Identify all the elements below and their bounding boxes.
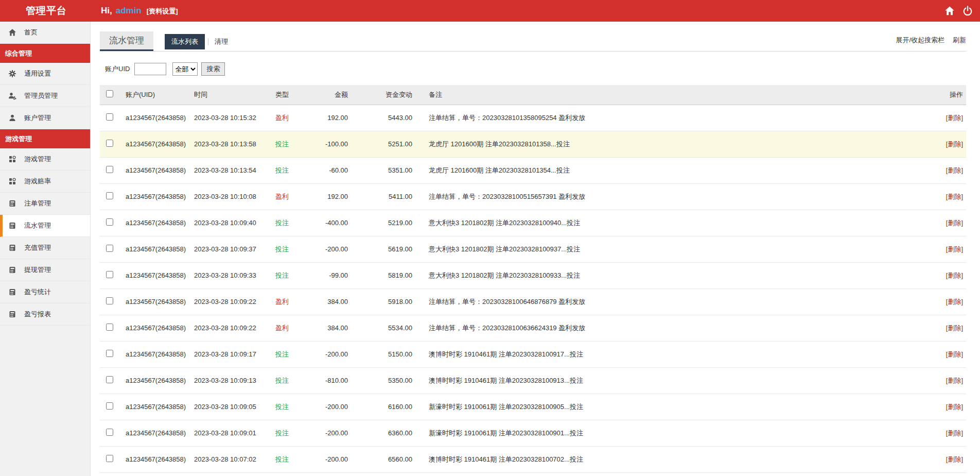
cell-amount: -200.00 bbox=[319, 341, 352, 367]
cell-time: 2023-03-28 10:09:22 bbox=[190, 315, 272, 341]
sidebar-item-11[interactable]: 提现管理 bbox=[0, 259, 90, 281]
delete-link[interactable]: [删除] bbox=[946, 350, 963, 358]
sidebar-item-9[interactable]: 流水管理 bbox=[0, 215, 90, 237]
grid-icon bbox=[8, 155, 16, 163]
sidebar-item-label: 管理员管理 bbox=[24, 91, 58, 100]
cell-type: 盈利 bbox=[272, 105, 319, 131]
tab-clean[interactable]: 清理 bbox=[209, 34, 233, 49]
refresh-link[interactable]: 刷新 bbox=[953, 36, 966, 45]
table-row: a1234567(2643858)2023-03-28 10:13:54投注-6… bbox=[100, 157, 966, 183]
grid-icon bbox=[8, 177, 16, 185]
row-checkbox[interactable] bbox=[106, 113, 113, 121]
cell-type: 投注 bbox=[272, 262, 319, 288]
form-icon bbox=[8, 199, 16, 208]
delete-link[interactable]: [删除] bbox=[946, 193, 963, 200]
delete-link[interactable]: [删除] bbox=[946, 114, 963, 122]
uid-input[interactable] bbox=[134, 63, 166, 75]
sidebar-item-label: 盈亏统计 bbox=[24, 287, 51, 297]
form-icon bbox=[8, 222, 16, 230]
sidebar-item-12[interactable]: 盈亏统计 bbox=[0, 281, 90, 303]
delete-link[interactable]: [删除] bbox=[946, 219, 963, 227]
table-row: a1234567(2643858)2023-03-28 10:09:05投注-2… bbox=[100, 394, 966, 420]
cell-balance: 5619.00 bbox=[352, 236, 416, 262]
cell-time: 2023-03-28 10:09:40 bbox=[190, 210, 272, 236]
delete-link[interactable]: [删除] bbox=[946, 298, 963, 305]
cell-remark: 澳博时时彩 1910461期 注单20230328100702...投注 bbox=[416, 446, 927, 472]
cell-uid: a1234567(2643858) bbox=[120, 367, 190, 394]
delete-link[interactable]: [删除] bbox=[946, 245, 963, 253]
home-icon[interactable] bbox=[944, 6, 955, 16]
col-balance: 资金变动 bbox=[352, 85, 416, 105]
row-checkbox[interactable] bbox=[106, 297, 113, 304]
cell-type: 盈利 bbox=[272, 315, 319, 341]
toggle-search-link[interactable]: 展开/收起搜索栏 bbox=[896, 36, 944, 45]
delete-link[interactable]: [删除] bbox=[946, 377, 963, 384]
cell-uid: a1234567(2643858) bbox=[120, 262, 190, 288]
row-checkbox[interactable] bbox=[106, 140, 113, 147]
sidebar-item-2[interactable]: 通用设置 bbox=[0, 63, 90, 85]
sidebar-item-label: 通用设置 bbox=[24, 69, 51, 78]
cell-amount: 384.00 bbox=[319, 288, 352, 315]
cell-uid: a1234567(2643858) bbox=[120, 105, 190, 131]
sidebar-item-13[interactable]: 盈亏报表 bbox=[0, 303, 90, 326]
row-checkbox[interactable] bbox=[106, 245, 113, 252]
delete-link[interactable]: [删除] bbox=[946, 324, 963, 332]
cell-amount: -400.00 bbox=[319, 210, 352, 236]
row-checkbox[interactable] bbox=[106, 376, 113, 383]
delete-link[interactable]: [删除] bbox=[946, 403, 963, 411]
header-actions bbox=[944, 6, 973, 16]
sidebar-item-4[interactable]: 账户管理 bbox=[0, 107, 90, 129]
delete-link[interactable]: [删除] bbox=[946, 429, 963, 437]
delete-link[interactable]: [删除] bbox=[946, 455, 963, 463]
cell-uid: a1234567(2643858) bbox=[120, 157, 190, 183]
delete-link[interactable]: [删除] bbox=[946, 271, 963, 279]
table-row: a1234567(2643858)2023-03-28 10:09:40投注-4… bbox=[100, 210, 966, 236]
row-checkbox[interactable] bbox=[106, 402, 113, 410]
main-content: 流水管理 流水列表 清理 展开/收起搜索栏 刷新 账户UID 全部 搜索 账户(… bbox=[91, 22, 980, 473]
cell-time: 2023-03-28 10:13:54 bbox=[190, 157, 272, 183]
sidebar-item-10[interactable]: 充值管理 bbox=[0, 237, 90, 259]
cell-amount: -200.00 bbox=[319, 236, 352, 262]
table-row: a1234567(2643858)2023-03-28 10:10:08盈利19… bbox=[100, 183, 966, 210]
sidebar-item-6[interactable]: 游戏管理 bbox=[0, 148, 90, 171]
select-all-checkbox[interactable] bbox=[106, 90, 113, 97]
form-icon bbox=[8, 288, 16, 296]
search-button[interactable]: 搜索 bbox=[201, 62, 225, 76]
cell-balance: 5534.00 bbox=[352, 315, 416, 341]
cell-uid: a1234567(2643858) bbox=[120, 131, 190, 157]
sidebar: 首页综合管理通用设置管理员管理账户管理游戏管理游戏管理游戏赔率注单管理流水管理充… bbox=[0, 22, 91, 476]
delete-link[interactable]: [删除] bbox=[946, 166, 963, 174]
cell-remark: 意大利快3 1201802期 注单20230328100940...投注 bbox=[416, 210, 927, 236]
row-checkbox[interactable] bbox=[106, 218, 113, 226]
row-checkbox[interactable] bbox=[106, 271, 113, 278]
type-select[interactable]: 全部 bbox=[172, 62, 198, 76]
cell-time: 2023-03-28 10:10:08 bbox=[190, 183, 272, 210]
sidebar-item-3[interactable]: 管理员管理 bbox=[0, 85, 90, 107]
cell-time: 2023-03-28 10:13:58 bbox=[190, 131, 272, 157]
sidebar-item-0[interactable]: 首页 bbox=[0, 22, 90, 44]
sidebar-item-8[interactable]: 注单管理 bbox=[0, 193, 90, 215]
profile-settings-link[interactable]: [资料设置] bbox=[147, 7, 178, 16]
delete-link[interactable]: [删除] bbox=[946, 140, 963, 148]
page-tab-flow-management[interactable]: 流水管理 bbox=[100, 31, 153, 51]
power-icon[interactable] bbox=[962, 6, 973, 16]
row-checkbox[interactable] bbox=[106, 192, 113, 199]
cell-type: 投注 bbox=[272, 394, 319, 420]
cell-type: 投注 bbox=[272, 131, 319, 157]
table-row: a1234567(2643858)2023-03-28 10:09:37投注-2… bbox=[100, 236, 966, 262]
sidebar-item-label: 首页 bbox=[24, 28, 38, 37]
tab-flow-list[interactable]: 流水列表 bbox=[165, 34, 205, 49]
sidebar-item-7[interactable]: 游戏赔率 bbox=[0, 171, 90, 193]
form-icon bbox=[8, 244, 16, 252]
cell-type: 投注 bbox=[272, 367, 319, 394]
row-checkbox[interactable] bbox=[106, 350, 113, 357]
row-checkbox[interactable] bbox=[106, 455, 113, 462]
tab-row: 流水管理 流水列表 清理 展开/收起搜索栏 刷新 bbox=[100, 28, 966, 52]
cell-balance: 6560.00 bbox=[352, 446, 416, 472]
sidebar-item-label: 流水管理 bbox=[24, 221, 51, 230]
cell-balance: 5150.00 bbox=[352, 341, 416, 367]
row-checkbox[interactable] bbox=[106, 429, 113, 436]
row-checkbox[interactable] bbox=[106, 324, 113, 331]
col-uid: 账户(UID) bbox=[120, 85, 190, 105]
row-checkbox[interactable] bbox=[106, 166, 113, 173]
